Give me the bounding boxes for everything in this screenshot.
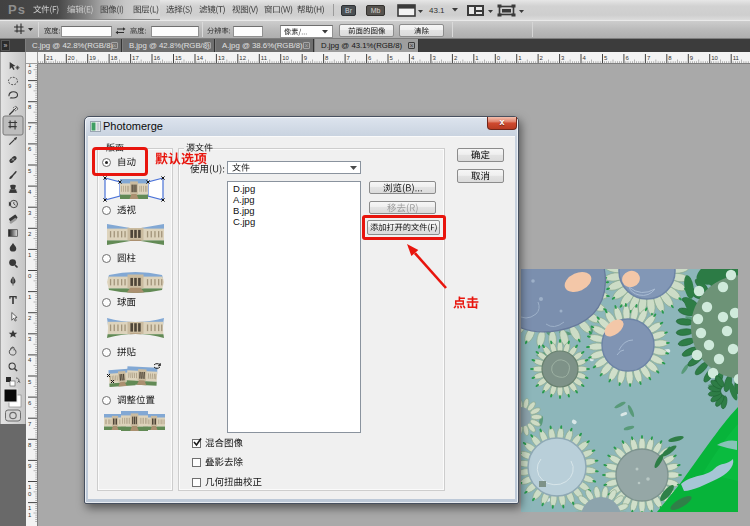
svg-text:12: 12	[239, 55, 246, 61]
svg-text:21: 21	[46, 55, 53, 61]
svg-text:11: 11	[733, 55, 740, 61]
svg-text:20: 20	[68, 55, 75, 61]
svg-text:13: 13	[218, 55, 225, 61]
svg-text:10: 10	[711, 55, 718, 61]
svg-text:18: 18	[111, 55, 118, 61]
svg-text:11: 11	[261, 55, 268, 61]
svg-text:19: 19	[89, 55, 96, 61]
svg-text:17: 17	[132, 55, 139, 61]
svg-text:14: 14	[197, 55, 204, 61]
svg-text:15: 15	[175, 55, 182, 61]
svg-text:16: 16	[154, 55, 161, 61]
svg-text:10: 10	[282, 55, 289, 61]
